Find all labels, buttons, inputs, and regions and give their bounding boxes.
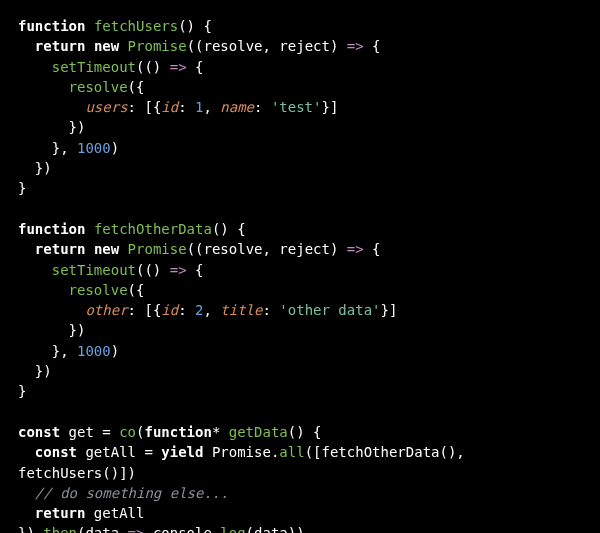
code-token: new xyxy=(94,241,119,257)
code-line: users: [{id: 1, name: 'test'}] xyxy=(18,99,338,115)
code-token: ) xyxy=(111,140,119,156)
code-token: () { xyxy=(212,221,246,237)
code-token: title xyxy=(220,302,262,318)
code-token: const xyxy=(35,444,77,460)
code-token: () { xyxy=(178,18,212,34)
code-line: }, 1000) xyxy=(18,343,119,359)
code-line: setTimeout(() => { xyxy=(18,59,203,75)
code-token: const xyxy=(18,424,60,440)
code-line: }, 1000) xyxy=(18,140,119,156)
code-line: }) xyxy=(18,119,85,135)
code-token xyxy=(18,444,35,460)
code-token: 'other data' xyxy=(279,302,380,318)
code-token: function xyxy=(144,424,211,440)
code-token: }, xyxy=(18,343,77,359)
code-token xyxy=(18,302,85,318)
code-line: resolve({ xyxy=(18,282,144,298)
code-line: other: [{id: 2, title: 'other data'}] xyxy=(18,302,397,318)
code-token: ) xyxy=(111,343,119,359)
code-token: getData xyxy=(229,424,288,440)
code-token xyxy=(85,241,93,257)
code-token: ((resolve, reject) xyxy=(187,241,347,257)
code-line: setTimeout(() => { xyxy=(18,262,203,278)
code-token: }) xyxy=(18,119,85,135)
code-token: { xyxy=(187,59,204,75)
code-token: setTimeout xyxy=(52,59,136,75)
code-token: new xyxy=(94,38,119,54)
code-token: => xyxy=(347,38,364,54)
code-token xyxy=(18,282,69,298)
code-token: fetchUsers xyxy=(94,18,178,34)
code-line: }) xyxy=(18,160,52,176)
code-token: 1000 xyxy=(77,343,111,359)
code-token: getAll xyxy=(77,444,144,460)
code-line: }) xyxy=(18,363,52,379)
code-line: const getAll = yield Promise.all([fetchO… xyxy=(18,444,465,460)
code-token xyxy=(18,79,69,95)
code-token: ([fetchOtherData(), xyxy=(305,444,465,460)
code-token: id xyxy=(161,302,178,318)
code-token: function xyxy=(18,221,85,237)
code-token xyxy=(85,18,93,34)
code-token: return xyxy=(35,505,86,521)
code-token: { xyxy=(364,38,381,54)
code-token: ({ xyxy=(128,282,145,298)
code-token: 'test' xyxy=(271,99,322,115)
code-token: : xyxy=(262,302,279,318)
code-token: (data xyxy=(77,525,128,533)
code-line: } xyxy=(18,383,26,399)
code-token: (() xyxy=(136,59,170,75)
code-token: 1000 xyxy=(77,140,111,156)
code-token xyxy=(119,38,127,54)
code-token: : [{ xyxy=(128,302,162,318)
code-token: (() xyxy=(136,262,170,278)
code-token: all xyxy=(279,444,304,460)
code-token xyxy=(18,262,52,278)
code-token: return xyxy=(35,38,86,54)
code-line: // do something else... xyxy=(18,485,229,501)
code-token: }] xyxy=(321,99,338,115)
code-token: console. xyxy=(144,525,220,533)
code-token: yield xyxy=(161,444,203,460)
code-token: : [{ xyxy=(128,99,162,115)
code-token: return xyxy=(35,241,86,257)
code-token xyxy=(18,485,35,501)
code-token: => xyxy=(128,525,145,533)
code-token xyxy=(85,221,93,237)
code-token: get xyxy=(60,424,102,440)
code-token: : xyxy=(178,302,195,318)
code-line: function fetchOtherData() { xyxy=(18,221,246,237)
code-token: , xyxy=(203,302,220,318)
code-token: : xyxy=(178,99,195,115)
code-line: } xyxy=(18,180,26,196)
code-line: resolve({ xyxy=(18,79,144,95)
code-token: }). xyxy=(18,525,43,533)
code-token: id xyxy=(161,99,178,115)
code-line: }).then(data => console.log(data)) xyxy=(18,525,305,533)
code-token: Promise xyxy=(128,241,187,257)
code-token: } xyxy=(18,383,26,399)
code-token: other xyxy=(85,302,127,318)
code-token: () { xyxy=(288,424,322,440)
code-token: , xyxy=(203,99,220,115)
code-token: }) xyxy=(18,363,52,379)
code-token: = xyxy=(102,424,119,440)
code-token: co xyxy=(119,424,136,440)
code-token xyxy=(18,99,85,115)
code-token: log xyxy=(220,525,245,533)
code-token: setTimeout xyxy=(52,262,136,278)
code-token xyxy=(119,241,127,257)
code-token: name xyxy=(220,99,254,115)
code-token xyxy=(18,241,35,257)
code-token xyxy=(85,38,93,54)
code-token: }] xyxy=(381,302,398,318)
code-token: { xyxy=(364,241,381,257)
code-token: fetchUsers()]) xyxy=(18,465,136,481)
code-token xyxy=(18,38,35,54)
code-line: return new Promise((resolve, reject) => … xyxy=(18,38,381,54)
code-token: => xyxy=(170,262,187,278)
code-content: function fetchUsers() { return new Promi… xyxy=(18,18,465,533)
code-line: return new Promise((resolve, reject) => … xyxy=(18,241,381,257)
code-line: }) xyxy=(18,322,85,338)
code-token: }, xyxy=(18,140,77,156)
